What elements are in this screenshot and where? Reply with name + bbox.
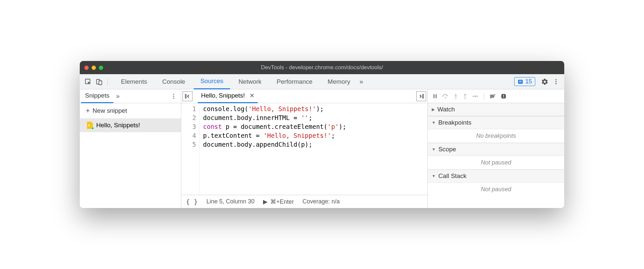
svg-rect-14 xyxy=(433,94,435,98)
new-snippet-button[interactable]: + New snippet xyxy=(80,103,181,118)
more-tabs-icon[interactable]: » xyxy=(357,78,366,85)
tab-sources[interactable]: Sources xyxy=(194,74,230,89)
svg-point-7 xyxy=(555,81,557,82)
expand-icon: ▼ xyxy=(432,174,436,178)
debug-separator xyxy=(484,93,484,100)
debug-toolbar xyxy=(428,89,564,103)
tab-network[interactable]: Network xyxy=(232,74,268,89)
coverage-label: Coverage: n/a xyxy=(303,198,340,205)
svg-rect-24 xyxy=(503,95,504,97)
debugger-pane: ▶ Watch ▼ Breakpoints No breakpoints ▼ S… xyxy=(428,89,564,208)
issues-count: 15 xyxy=(525,78,532,85)
navigator-sidebar: Snippets » + New snippet Hello, Snippets… xyxy=(80,89,181,208)
svg-point-20 xyxy=(464,98,466,99)
breakpoints-label: Breakpoints xyxy=(438,119,471,126)
devtools-window: DevTools - developer.chrome.com/docs/dev… xyxy=(80,61,564,208)
close-window-button[interactable] xyxy=(84,66,89,70)
svg-rect-5 xyxy=(519,82,522,82)
device-toggle-icon[interactable] xyxy=(94,76,105,87)
traffic-lights xyxy=(84,66,103,70)
main-content: Snippets » + New snippet Hello, Snippets… xyxy=(80,89,564,208)
plus-icon: + xyxy=(86,106,90,115)
inspect-element-icon[interactable] xyxy=(82,76,94,87)
minimize-window-button[interactable] xyxy=(92,66,96,70)
svg-rect-4 xyxy=(519,81,522,81)
scope-body: Not paused xyxy=(428,156,564,169)
step-into-icon[interactable] xyxy=(453,93,459,100)
editor-status-bar: { } Line 5, Column 30 ▶ ⌘+Enter Coverage… xyxy=(181,195,427,208)
watch-section: ▶ Watch xyxy=(428,103,564,116)
svg-point-16 xyxy=(445,97,446,99)
tab-memory[interactable]: Memory xyxy=(321,74,357,89)
main-toolbar: ElementsConsoleSourcesNetworkPerformance… xyxy=(80,74,564,89)
step-icon[interactable] xyxy=(471,93,479,99)
scope-label: Scope xyxy=(438,146,456,153)
svg-rect-25 xyxy=(503,97,504,98)
breakpoints-section: ▼ Breakpoints No breakpoints xyxy=(428,116,564,143)
breakpoints-body: No breakpoints xyxy=(428,129,564,143)
scope-header[interactable]: ▼ Scope xyxy=(428,143,564,156)
snippet-item-label: Hello, Snippets! xyxy=(96,122,140,129)
code-content: console.log('Hello, Snippets!');document… xyxy=(200,103,350,195)
editor-tab-bar: Hello, Snippets! ✕ xyxy=(181,89,427,103)
callstack-header[interactable]: ▼ Call Stack xyxy=(428,170,564,183)
toolbar-separator xyxy=(107,78,108,85)
scope-section: ▼ Scope Not paused xyxy=(428,143,564,170)
editor-file-tab[interactable]: Hello, Snippets! ✕ xyxy=(198,89,258,103)
svg-point-9 xyxy=(173,94,174,95)
snippet-list: + New snippet Hello, Snippets! xyxy=(80,103,181,208)
snippet-item[interactable]: Hello, Snippets! xyxy=(80,118,181,132)
svg-point-22 xyxy=(477,96,478,97)
panel-tabs: ElementsConsoleSourcesNetworkPerformance… xyxy=(114,74,357,89)
code-editor[interactable]: 12345 console.log('Hello, Snippets!');do… xyxy=(181,103,427,195)
callstack-section: ▼ Call Stack Not paused xyxy=(428,170,564,196)
issues-icon xyxy=(517,79,523,85)
sidebar-header: Snippets » xyxy=(80,89,181,103)
play-icon: ▶ xyxy=(263,198,268,205)
issues-button[interactable]: 15 xyxy=(514,77,535,86)
show-navigator-button[interactable] xyxy=(183,91,192,101)
tab-console[interactable]: Console xyxy=(156,74,192,89)
run-snippet-button[interactable]: ▶ ⌘+Enter xyxy=(263,198,294,205)
new-snippet-label: New snippet xyxy=(93,107,127,114)
pause-icon[interactable] xyxy=(432,93,438,100)
cursor-position: Line 5, Column 30 xyxy=(206,198,254,205)
svg-rect-15 xyxy=(436,94,437,98)
svg-point-6 xyxy=(555,79,557,80)
svg-point-10 xyxy=(173,96,174,97)
deactivate-breakpoints-icon[interactable] xyxy=(489,93,497,100)
watch-header[interactable]: ▶ Watch xyxy=(428,103,564,116)
expand-icon: ▼ xyxy=(432,120,436,125)
snippets-tab[interactable]: Snippets xyxy=(81,89,113,103)
maximize-window-button[interactable] xyxy=(99,66,103,70)
tab-performance[interactable]: Performance xyxy=(270,74,319,89)
svg-point-18 xyxy=(455,98,456,99)
svg-rect-2 xyxy=(99,81,102,85)
pretty-print-icon[interactable]: { } xyxy=(186,198,198,206)
svg-rect-12 xyxy=(185,94,187,99)
sidebar-more-tabs-icon[interactable]: » xyxy=(113,92,122,100)
sidebar-menu-icon[interactable] xyxy=(168,93,180,100)
pause-on-exceptions-icon[interactable] xyxy=(500,93,507,100)
breakpoints-header[interactable]: ▼ Breakpoints xyxy=(428,116,564,129)
collapse-icon: ▶ xyxy=(432,107,435,112)
editor-column: Hello, Snippets! ✕ 12345 console.log('He… xyxy=(181,89,428,208)
close-tab-icon[interactable]: ✕ xyxy=(249,92,254,99)
tab-elements[interactable]: Elements xyxy=(114,74,154,89)
more-options-icon[interactable] xyxy=(550,76,562,87)
snippet-file-icon xyxy=(87,122,93,129)
show-debugger-button[interactable] xyxy=(416,91,426,101)
editor-tab-label: Hello, Snippets! xyxy=(201,92,245,99)
step-out-icon[interactable] xyxy=(462,93,468,100)
titlebar: DevTools - developer.chrome.com/docs/dev… xyxy=(80,61,564,74)
svg-point-8 xyxy=(555,83,557,84)
callstack-label: Call Stack xyxy=(438,172,467,180)
expand-icon: ▼ xyxy=(432,147,436,152)
run-shortcut-label: ⌘+Enter xyxy=(270,198,294,205)
watch-label: Watch xyxy=(437,106,455,113)
callstack-body: Not paused xyxy=(428,183,564,196)
svg-rect-13 xyxy=(422,94,424,99)
line-gutter: 12345 xyxy=(181,103,200,195)
step-over-icon[interactable] xyxy=(442,93,450,100)
settings-icon[interactable] xyxy=(539,76,550,87)
